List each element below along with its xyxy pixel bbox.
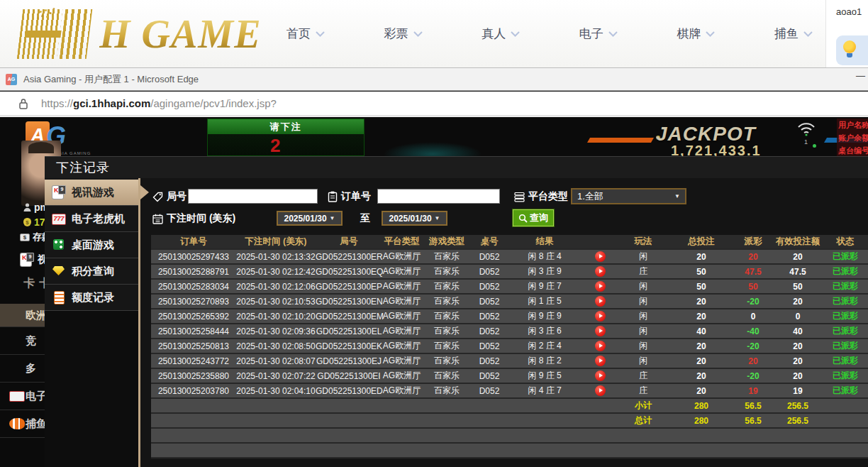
wifi-icon — [796, 120, 817, 137]
menu-item-3[interactable]: 桌面游戏 — [45, 232, 138, 258]
empty-cell — [472, 428, 506, 443]
cell-round_id: GD052251300EN — [316, 294, 382, 309]
replay-play-button[interactable] — [595, 356, 606, 366]
cell-status: 已派彩 — [823, 279, 868, 294]
nav-item-3[interactable]: 真人 — [482, 26, 520, 42]
empty-cell — [773, 443, 823, 458]
nav-item-1[interactable]: 首页 — [286, 26, 325, 42]
cell-bet_type: 庄 — [617, 383, 669, 398]
menu-item-label: 桌面游戏 — [72, 238, 114, 252]
chevron-down-icon — [511, 31, 520, 37]
replay-play-button[interactable] — [595, 326, 606, 336]
cell-bet_type: 闲 — [617, 353, 669, 368]
cell-platform: AG欧洲厅 — [382, 339, 421, 353]
deposit-icon: $ — [20, 234, 30, 241]
table-row: 2501300252974332025-01-30 02:13:32GD0522… — [151, 249, 868, 264]
nav-item-4[interactable]: 电子 — [579, 26, 618, 42]
hgame-logo[interactable]: H GAME — [20, 6, 262, 62]
cell-round_id: GD052251300ED — [316, 383, 382, 398]
cell-status: 已派彩 — [823, 383, 868, 398]
lobby-username-row: pma — [23, 202, 46, 213]
col-header-order_id: 订单号 — [151, 235, 236, 249]
cell-platform: AG欧洲厅 — [382, 294, 421, 309]
cell-bet_time: 2025-01-30 02:07:22 — [236, 368, 316, 383]
replay-play-button[interactable] — [595, 341, 606, 351]
minimize-button[interactable]: — — [856, 70, 865, 81]
slots-icon — [52, 211, 66, 226]
empty-cell — [472, 443, 506, 458]
empty-cell — [236, 443, 316, 458]
cell-valid_bet: 20 — [773, 353, 823, 368]
cell-game_type: 百家乐 — [421, 279, 472, 294]
empty-cell — [823, 428, 868, 443]
empty-cell — [382, 428, 421, 443]
total-cell-result — [506, 398, 583, 413]
menu-item-2[interactable]: 电子老虎机 — [45, 206, 138, 232]
cell-game_type: 百家乐 — [421, 383, 472, 398]
cell-order_id: 250130025270893 — [151, 294, 236, 309]
cell-payout: -20 — [733, 294, 773, 309]
account-panel: aoao1 — [825, 0, 868, 67]
cell-result: 闲 9 庄 7 — [506, 279, 583, 294]
table-row: 2501300252830342025-01-30 02:12:06GD0522… — [151, 279, 868, 294]
replay-play-button[interactable] — [595, 266, 606, 277]
cell-order_id: 250130025235880 — [151, 368, 236, 383]
bulb-card[interactable] — [836, 35, 868, 65]
nav-item-5[interactable]: 棋牌 — [677, 26, 715, 42]
empty-cell — [236, 428, 316, 443]
cell-platform: AG欧洲厅 — [382, 353, 421, 368]
cell-payout: -20 — [733, 339, 773, 353]
round-id-input[interactable] — [188, 189, 318, 204]
search-button[interactable]: 查询 — [513, 209, 554, 226]
platform-type-label-text: 平台类型 — [528, 190, 568, 203]
cell-bet_time: 2025-01-30 02:12:06 — [236, 279, 316, 294]
menu-item-5[interactable]: 额度记录 — [45, 285, 138, 311]
cell-bet_type: 闲 — [617, 339, 669, 353]
nav-item-6[interactable]: 捕鱼 — [774, 26, 813, 42]
chevron-down-icon — [413, 31, 423, 37]
replay-play-button[interactable] — [595, 296, 606, 307]
empty-cell — [617, 443, 669, 458]
order-id-input[interactable] — [377, 189, 500, 204]
replay-play-button[interactable] — [595, 251, 606, 262]
cell-bet_type: 闲 — [617, 249, 669, 264]
cell-game_type: 百家乐 — [421, 264, 472, 279]
menu-item-4[interactable]: 积分查询 — [45, 258, 138, 285]
empty-cell — [316, 428, 382, 443]
dice-icon — [52, 238, 66, 252]
bet-records-table: 订单号下注时间 (美东)局号平台类型游戏类型桌号结果玩法总投注派彩有效投注额状态… — [151, 235, 868, 458]
grand-total-row: 总计28056.5256.5 — [151, 413, 868, 428]
menu-item-1[interactable]: 视讯游戏 — [45, 180, 138, 206]
cell-bet_type: 庄 — [617, 368, 669, 383]
replay-play-button[interactable] — [595, 311, 606, 322]
cell-valid_bet: 20 — [773, 339, 823, 353]
user-info-line: 用户名称: — [837, 119, 868, 131]
cell-order_id: 250130025250813 — [151, 339, 236, 353]
url-path: /agingame/pcv1/index.jsp? — [150, 97, 277, 109]
nav-item-2[interactable]: 彩票 — [384, 26, 423, 42]
cell-bet_type: 庄 — [617, 264, 669, 279]
date-to-label: 至 — [360, 212, 370, 225]
replay-play-button[interactable] — [595, 385, 606, 396]
person-icon — [23, 203, 31, 211]
order-id-label-text: 订单号 — [341, 190, 371, 203]
cell-round_id: GD052251300ER — [316, 249, 382, 264]
cell-platform: AG欧洲厅 — [382, 264, 421, 279]
cell-replay — [583, 279, 617, 294]
platform-type-select[interactable]: 1.全部 ▼ — [571, 188, 686, 204]
cell-bet_time: 2025-01-30 02:10:53 — [236, 294, 316, 309]
total-cell-payout: 56.5 — [733, 398, 773, 413]
total-cell-total_bet: 280 — [669, 413, 733, 428]
empty-cell — [506, 443, 583, 458]
replay-play-button[interactable] — [595, 370, 606, 381]
cell-replay — [583, 309, 617, 324]
lobby-video-games-item[interactable]: 视 — [20, 253, 45, 267]
account-name[interactable]: aoao1 — [836, 6, 862, 17]
cell-game_type: 百家乐 — [421, 309, 472, 324]
menu-item-label: 额度记录 — [72, 291, 114, 304]
date-to-select[interactable]: 2025/01/30 ▼ — [382, 211, 447, 226]
url-text[interactable]: https://gci.1hhapi.com/agingame/pcv1/ind… — [41, 97, 277, 109]
date-from-select[interactable]: 2025/01/30 ▼ — [277, 211, 343, 226]
total-cell-game_type — [421, 413, 472, 428]
replay-play-button[interactable] — [595, 281, 606, 292]
